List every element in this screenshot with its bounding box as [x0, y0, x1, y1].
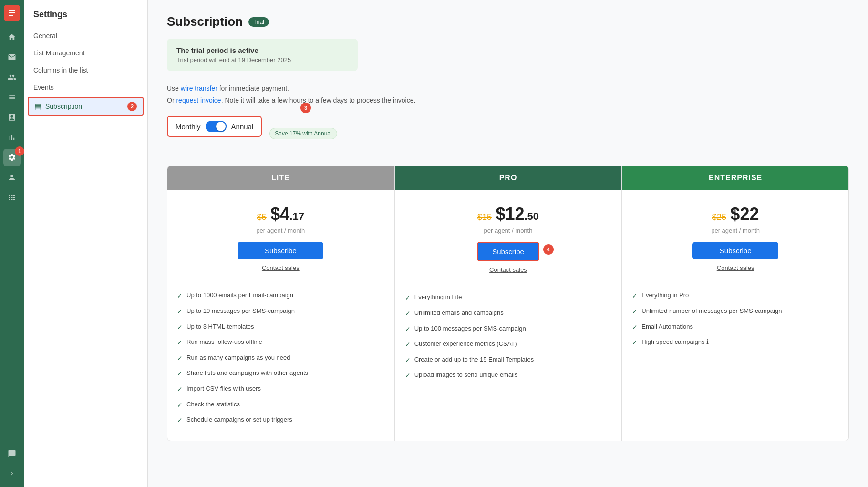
sidebar-item-list-management[interactable]: List Management — [24, 44, 147, 62]
pro-subscribe-button[interactable]: Subscribe — [477, 242, 539, 261]
pro-contact-sales[interactable]: Contact sales — [405, 266, 612, 273]
plan-header-lite: LITE — [167, 166, 394, 190]
enterprise-price-whole: $22 — [730, 204, 759, 224]
lite-feature-6: ✓Share lists and campaigns with other ag… — [177, 369, 384, 379]
nav-item-mail[interactable] — [3, 49, 21, 66]
enterprise-feature-4: ✓High speed campaigns ℹ — [632, 338, 839, 348]
page-title: Subscription — [167, 14, 243, 29]
check-icon: ✓ — [405, 309, 411, 319]
nav-item-apps[interactable] — [3, 189, 21, 206]
plan-header-pro: PRO — [395, 166, 621, 190]
sidebar-item-events[interactable]: Events — [24, 79, 147, 96]
toggle-knob — [216, 122, 226, 131]
main-content: Subscription Trial The trial period is a… — [148, 0, 868, 487]
sidebar-item-columns[interactable]: Columns in the list — [24, 62, 147, 79]
lite-price-cents: .17 — [289, 210, 304, 222]
enterprise-old-price: $25 — [712, 212, 726, 222]
nav-item-contacts[interactable] — [3, 69, 21, 86]
sidebar-item-label: Columns in the list — [33, 66, 88, 74]
sidebar-item-label: Subscription — [45, 103, 82, 110]
check-icon: ✓ — [177, 369, 183, 379]
nav-item-home[interactable] — [3, 29, 21, 46]
lite-feature-1: ✓Up to 1000 emails per Email-campaign — [177, 291, 384, 301]
sidebar-item-label: List Management — [33, 49, 84, 57]
annotation-4: 4 — [543, 244, 554, 255]
lite-subscribe-button[interactable]: Subscribe — [238, 242, 323, 259]
check-icon: ✓ — [405, 325, 411, 334]
nav-item-campaigns[interactable] — [3, 109, 21, 126]
save-badge: Save 17% with Annual — [269, 128, 337, 139]
lite-period: per agent / month — [177, 227, 384, 234]
enterprise-feature-1: ✓Everything in Pro — [632, 291, 839, 301]
subscription-icon: ▤ — [34, 102, 41, 111]
pro-subscribe-wrapper: Subscribe 4 — [477, 242, 539, 261]
pro-period: per agent / month — [405, 227, 612, 234]
plan-card-lite: LITE $5 $4.17 per agent / month Subscrib… — [167, 166, 394, 441]
check-icon: ✓ — [177, 401, 183, 410]
check-icon: ✓ — [405, 293, 411, 303]
pro-price-whole: $12 — [496, 204, 524, 224]
sidebar-item-general[interactable]: General — [24, 27, 147, 44]
monthly-label: Monthly — [176, 123, 201, 131]
check-icon: ✓ — [177, 323, 183, 332]
annotation-1: 1 — [15, 146, 24, 156]
annual-label: Annual — [231, 123, 254, 131]
lite-price-whole: $4 — [270, 204, 289, 224]
check-icon: ✓ — [177, 416, 183, 425]
sidebar-item-subscription[interactable]: ▤ Subscription 2 — [28, 97, 144, 116]
enterprise-subscribe-button[interactable]: Subscribe — [692, 242, 778, 259]
billing-toggle[interactable]: Monthly Annual — [167, 116, 262, 137]
payment-line1-suffix: for immediate payment. — [217, 84, 289, 92]
check-icon: ✓ — [177, 385, 183, 394]
plan-body-lite: $5 $4.17 per agent / month Subscribe Con… — [167, 190, 394, 281]
check-icon: ✓ — [632, 291, 638, 301]
plan-body-pro: $15 $12.50 per agent / month Subscribe 4… — [395, 190, 621, 283]
lite-contact-sales[interactable]: Contact sales — [177, 264, 384, 271]
enterprise-feature-3: ✓Email Automations — [632, 322, 839, 332]
plan-card-pro: PRO $15 $12.50 per agent / month Subscri… — [394, 166, 622, 441]
sidebar-item-label: Events — [33, 83, 54, 91]
lite-feature-5: ✓Run as many campaigns as you need — [177, 353, 384, 363]
wire-transfer-link[interactable]: wire transfer — [181, 84, 217, 92]
annotation-3: 3 — [300, 103, 311, 113]
lite-feature-2: ✓Up to 10 messages per SMS-campaign — [177, 307, 384, 317]
nav-item-lists[interactable] — [3, 89, 21, 106]
nav-item-collapse[interactable] — [3, 465, 21, 482]
page-header: Subscription Trial — [167, 14, 849, 29]
pricing-grid: LITE $5 $4.17 per agent / month Subscrib… — [167, 166, 849, 441]
nav-item-settings[interactable]: 1 — [3, 149, 21, 166]
enterprise-new-price: $22 — [730, 204, 759, 224]
nav-item-analytics[interactable] — [3, 129, 21, 146]
nav-item-chat[interactable] — [3, 445, 21, 462]
payment-info: Use wire transfer for immediate payment.… — [167, 83, 849, 106]
pro-feature-2: ✓Unlimited emails and campaigns — [405, 309, 612, 319]
check-icon: ✓ — [632, 323, 638, 332]
pro-price-cents: .50 — [524, 210, 539, 222]
app-logo — [4, 5, 20, 21]
request-invoice-link[interactable]: request invoice — [176, 96, 221, 104]
pro-old-price: $15 — [477, 212, 492, 222]
pro-new-price: $12.50 — [496, 204, 539, 224]
pro-feature-4: ✓Customer experience metrics (CSAT) — [405, 340, 612, 350]
pro-feature-3: ✓Up to 100 messages per SMS-campaign — [405, 324, 612, 334]
sidebar-title: Settings — [24, 10, 147, 27]
check-icon: ✓ — [177, 338, 183, 348]
enterprise-feature-2: ✓Unlimited number of messages per SMS-ca… — [632, 307, 839, 317]
subscription-badge: 2 — [127, 102, 137, 111]
enterprise-period: per agent / month — [632, 227, 839, 234]
check-icon: ✓ — [177, 354, 183, 363]
lite-feature-8: ✓Check the statistics — [177, 400, 384, 410]
payment-line2-suffix: . Note it will take a few hours to a few… — [221, 96, 416, 104]
enterprise-features: ✓Everything in Pro ✓Unlimited number of … — [622, 281, 848, 363]
check-icon: ✓ — [177, 307, 183, 317]
lite-feature-7: ✓Import CSV files with users — [177, 384, 384, 394]
check-icon: ✓ — [632, 338, 638, 348]
trial-notice: The trial period is active Trial period … — [167, 39, 358, 71]
billing-toggle-wrapper: 3 Monthly Annual Save 17% with Annual — [167, 116, 849, 151]
lite-feature-3: ✓Up to 3 HTML-templates — [177, 322, 384, 332]
lite-feature-4: ✓Run mass follow-ups offline — [177, 338, 384, 348]
billing-switch[interactable] — [206, 121, 227, 132]
enterprise-contact-sales[interactable]: Contact sales — [632, 264, 839, 271]
pro-features: ✓Everything in Lite ✓Unlimited emails an… — [395, 283, 621, 396]
nav-item-agents[interactable] — [3, 169, 21, 186]
